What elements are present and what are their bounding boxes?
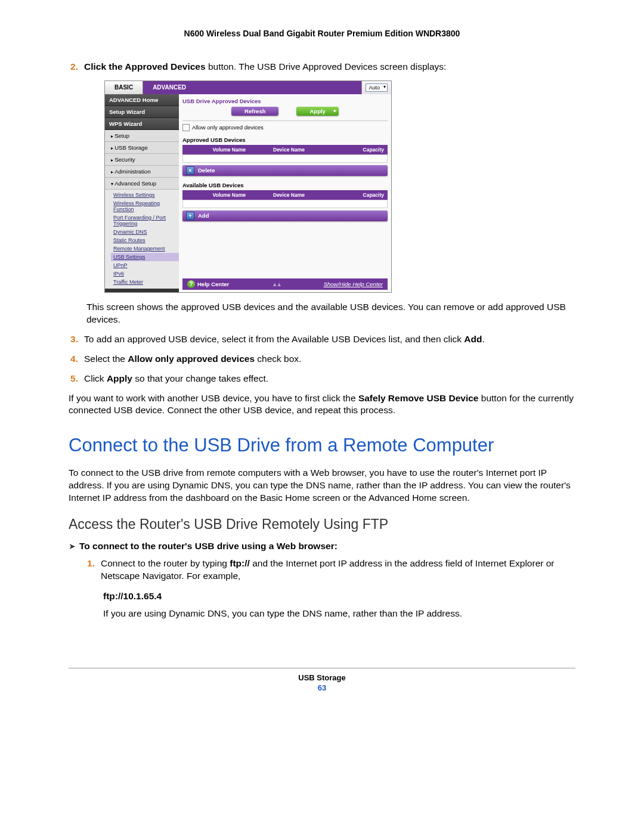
th-capacity-2: Capacity bbox=[336, 190, 388, 200]
link-static-routes[interactable]: Static Routes bbox=[113, 236, 179, 244]
step-3b: Add bbox=[464, 334, 482, 344]
sidebar-item-wps-wizard[interactable]: WPS Wizard bbox=[105, 118, 179, 130]
proc-step-1-num: 1. bbox=[85, 558, 95, 583]
tab-advanced[interactable]: ADVANCED bbox=[143, 81, 196, 94]
sidebar-item-advanced-home[interactable]: ADVANCED Home bbox=[105, 94, 179, 106]
link-upnp[interactable]: UPnP bbox=[113, 261, 179, 270]
subsection-heading-ftp: Access the Router's USB Drive Remotely U… bbox=[69, 516, 575, 532]
delete-icon: × bbox=[186, 166, 194, 175]
ftp-after: If you are using Dynamic DNS, you can ty… bbox=[103, 608, 575, 620]
add-label: Add bbox=[198, 212, 209, 219]
step-5a: Click bbox=[84, 373, 107, 383]
link-traffic-meter[interactable]: Traffic Meter bbox=[113, 278, 179, 286]
link-port-forwarding[interactable]: Port Forwarding / Port Triggering bbox=[113, 213, 179, 228]
sidebar-item-administration[interactable]: Administration bbox=[105, 166, 179, 178]
approved-table-row bbox=[182, 154, 388, 163]
th-device-2: Device Name bbox=[249, 190, 336, 200]
link-dynamic-dns[interactable]: Dynamic DNS bbox=[113, 228, 179, 236]
footer-title: USB Storage bbox=[69, 673, 575, 682]
section-body: To connect to the USB drive from remote … bbox=[69, 467, 575, 504]
link-wireless-repeating[interactable]: Wireless Repeating Function bbox=[113, 199, 179, 213]
footer-page-number: 63 bbox=[69, 683, 575, 692]
delete-button[interactable]: × Delete bbox=[182, 165, 388, 176]
add-icon: + bbox=[186, 212, 194, 220]
sidebar-item-setup[interactable]: Setup bbox=[105, 130, 179, 142]
available-table-row bbox=[182, 200, 388, 208]
available-label: Available USB Devices bbox=[182, 182, 388, 188]
step-number-2: 2. bbox=[69, 61, 78, 73]
step-2-rest: button. The USB Drive Approved Devices s… bbox=[206, 61, 447, 72]
allow-only-checkbox[interactable] bbox=[182, 124, 190, 131]
step-3-text: To add an approved USB device, select it… bbox=[84, 333, 575, 346]
sidebar-item-usb-storage[interactable]: USB Storage bbox=[105, 142, 179, 154]
auto-select[interactable]: Auto bbox=[366, 83, 388, 92]
step-5c: so that your change takes effect. bbox=[132, 373, 268, 383]
apply-button[interactable]: Apply bbox=[296, 107, 338, 116]
step-3c: . bbox=[482, 334, 484, 344]
sidebar-item-advanced-setup[interactable]: Advanced Setup bbox=[105, 178, 179, 190]
sidebar-item-setup-wizard[interactable]: Setup Wizard bbox=[105, 106, 179, 118]
procedure-heading: To connect to the router's USB drive usi… bbox=[79, 541, 338, 552]
router-ui-screenshot: BASIC ADVANCED Auto ADVANCED Home Setup … bbox=[104, 80, 392, 293]
approved-label: Approved USB Devices bbox=[182, 137, 388, 143]
proc-step-1-text: Connect to the router by typing ftp:// a… bbox=[101, 558, 575, 583]
help-label[interactable]: Help Center bbox=[197, 281, 229, 287]
refresh-button[interactable]: Refresh bbox=[231, 107, 278, 116]
delete-label: Delete bbox=[198, 167, 215, 174]
step-3a: To add an approved USB device, select it… bbox=[84, 334, 464, 344]
step-4c: check box. bbox=[255, 354, 301, 364]
step-2-bold: Click the Approved Devices bbox=[84, 61, 206, 72]
p1a: Connect to the router by typing bbox=[101, 558, 230, 568]
note-paragraph: If you want to work with another USB dev… bbox=[69, 392, 575, 417]
link-ipv6[interactable]: IPv6 bbox=[113, 270, 179, 278]
available-table-header: Volume Name Device Name Capacity bbox=[182, 190, 388, 200]
note-b: Safely Remove USB Device bbox=[358, 393, 479, 403]
p1b: ftp:// bbox=[230, 558, 250, 568]
step-2-text: Click the Approved Devices button. The U… bbox=[84, 61, 575, 73]
step-5b: Apply bbox=[107, 373, 132, 383]
help-chevron-icon[interactable]: ▲▲ bbox=[272, 281, 281, 287]
th-volume-2: Volume Name bbox=[182, 190, 249, 200]
note-a: If you want to work with another USB dev… bbox=[69, 393, 358, 403]
section-heading-connect-usb: Connect to the USB Drive from a Remote C… bbox=[69, 435, 575, 456]
step-number-3: 3. bbox=[69, 333, 78, 346]
sidebar-item-security[interactable]: Security bbox=[105, 154, 179, 166]
page-header: N600 Wireless Dual Band Gigabit Router P… bbox=[69, 29, 575, 38]
allow-only-label: Allow only approved devices bbox=[192, 124, 264, 131]
step-4a: Select the bbox=[84, 354, 128, 364]
th-device: Device Name bbox=[249, 145, 336, 154]
th-volume: Volume Name bbox=[182, 145, 249, 154]
approved-table-header: Volume Name Device Name Capacity bbox=[182, 145, 388, 154]
step-5-text: Click Apply so that your change takes ef… bbox=[84, 373, 575, 385]
tab-basic[interactable]: BASIC bbox=[105, 81, 143, 94]
step-4b: Allow only approved devices bbox=[128, 354, 255, 364]
step-number-4: 4. bbox=[69, 353, 78, 366]
step-2-after: This screen shows the approved USB devic… bbox=[86, 301, 575, 326]
help-icon[interactable]: ? bbox=[187, 280, 195, 288]
panel-title: USB Drive Approved Devices bbox=[182, 98, 388, 104]
link-remote-management[interactable]: Remote Management bbox=[113, 244, 179, 253]
step-4-text: Select the Allow only approved devices c… bbox=[84, 353, 575, 366]
procedure-arrow-icon: ➤ bbox=[69, 541, 76, 551]
add-button[interactable]: + Add bbox=[182, 210, 388, 221]
th-capacity: Capacity bbox=[336, 145, 388, 154]
link-wireless-settings[interactable]: Wireless Settings bbox=[113, 191, 179, 199]
show-hide-help[interactable]: Show/Hide Help Center bbox=[324, 281, 383, 287]
link-usb-settings[interactable]: USB Settings bbox=[111, 253, 179, 261]
ftp-example: ftp://10.1.65.4 bbox=[103, 591, 575, 602]
step-number-5: 5. bbox=[69, 373, 78, 385]
